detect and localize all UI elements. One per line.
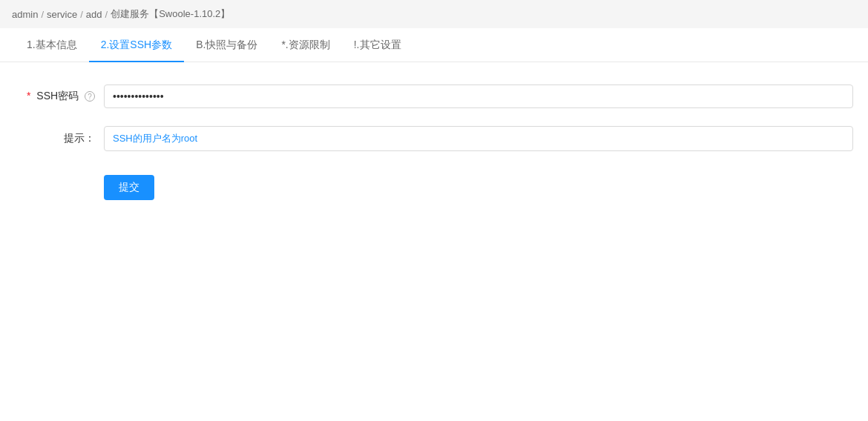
ssh-password-row: * SSH密码 ?	[0, 84, 868, 108]
hint-label: 提示：	[15, 132, 104, 145]
main-content: 1.基本信息 2.设置SSH参数 B.快照与备份 *.资源限制 !.其它设置 *…	[0, 28, 868, 421]
tab-resource[interactable]: *.资源限制	[269, 28, 341, 62]
ssh-password-label: * SSH密码 ?	[15, 90, 104, 103]
hint-row: 提示： SSH的用户名为root	[0, 126, 868, 151]
tab-basic[interactable]: 1.基本信息	[15, 28, 89, 62]
breadcrumb-sep-3: /	[105, 9, 108, 20]
submit-row: 提交	[0, 169, 868, 206]
breadcrumb-current: 创建服务【Swoole-1.10.2】	[111, 7, 230, 21]
breadcrumb-sep-2: /	[80, 9, 83, 20]
tab-ssh[interactable]: 2.设置SSH参数	[89, 28, 184, 62]
hint-text: SSH的用户名为root	[104, 126, 853, 151]
breadcrumb-add[interactable]: add	[86, 9, 102, 20]
breadcrumb-sep-1: /	[41, 9, 44, 20]
required-star: *	[27, 90, 30, 102]
ssh-password-input[interactable]	[104, 84, 853, 108]
breadcrumb-service[interactable]: service	[47, 9, 77, 20]
breadcrumb: admin / service / add / 创建服务【Swoole-1.10…	[0, 0, 868, 28]
submit-button[interactable]: 提交	[104, 175, 154, 200]
breadcrumb-admin[interactable]: admin	[12, 9, 38, 20]
tabs-bar: 1.基本信息 2.设置SSH参数 B.快照与备份 *.资源限制 !.其它设置	[0, 28, 868, 62]
tab-other[interactable]: !.其它设置	[342, 28, 413, 62]
form-area: * SSH密码 ? 提示： SSH的用户名为root 提交	[0, 62, 868, 246]
tab-snapshot[interactable]: B.快照与备份	[184, 28, 269, 62]
help-icon[interactable]: ?	[85, 91, 95, 102]
